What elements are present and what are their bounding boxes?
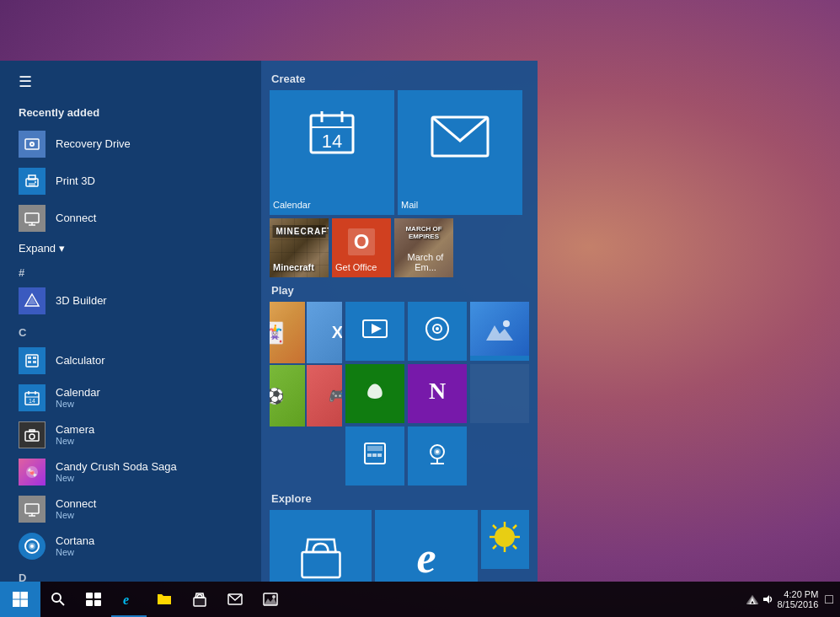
groove-tile[interactable] <box>408 302 467 361</box>
svg-marker-84 <box>264 598 277 605</box>
photos-taskbar-button[interactable] <box>253 582 288 617</box>
webcam-tile[interactable] <box>408 427 467 486</box>
film-tile[interactable] <box>345 302 404 361</box>
expand-button[interactable]: Expand ▾ <box>0 237 261 260</box>
games-tile[interactable]: 🃏 X ⚽ 🎮 <box>270 302 342 427</box>
search-button[interactable] <box>40 582 76 617</box>
create-tiles: 14 Calendar Mail MINECRAF <box>270 90 529 277</box>
print3d-label: Print 3D <box>56 174 95 188</box>
mail-tile[interactable]: Mail <box>398 90 522 215</box>
list-item[interactable]: Print 3D <box>0 163 261 200</box>
svg-rect-5 <box>29 183 35 186</box>
store-taskbar-icon <box>193 592 206 607</box>
calendar-list-label: Calendar New <box>56 386 100 410</box>
recovery-drive-label: Recovery Drive <box>56 137 131 151</box>
list-item[interactable]: Camera New <box>0 416 261 453</box>
calculator-app-icon <box>19 347 45 374</box>
weather-tile[interactable] <box>481 510 529 569</box>
svg-rect-4 <box>29 175 35 180</box>
list-item[interactable]: 🍬 Candy Crush Soda Saga New <box>0 453 261 491</box>
explorer-taskbar-button[interactable] <box>147 582 182 617</box>
svg-text:14: 14 <box>29 398 35 404</box>
svg-rect-14 <box>33 357 36 359</box>
svg-point-56 <box>436 450 439 453</box>
svg-point-2 <box>31 143 33 145</box>
print3d-icon <box>19 168 45 195</box>
svg-rect-16 <box>33 361 36 363</box>
svg-rect-81 <box>194 598 206 606</box>
svg-text:e: e <box>416 534 436 582</box>
calendar-tile[interactable]: 14 Calendar <box>270 90 394 215</box>
list-item[interactable]: Connect New <box>0 491 261 528</box>
svg-point-85 <box>272 595 276 598</box>
taskbar: e <box>0 582 840 617</box>
svg-rect-53 <box>377 453 382 457</box>
svg-line-75 <box>60 601 64 605</box>
minecraft-logo: MINECRAFT <box>273 225 326 238</box>
list-item[interactable]: Cortana New <box>0 528 261 565</box>
connect2-label: Connect New <box>56 497 96 522</box>
svg-marker-24 <box>29 430 35 432</box>
svg-text:🍬: 🍬 <box>27 467 38 478</box>
connect2-icon <box>19 496 45 523</box>
store-taskbar-button[interactable] <box>182 582 217 617</box>
list-item[interactable]: 14 Calendar New <box>0 379 261 416</box>
list-item[interactable]: 3D Builder <box>0 282 261 319</box>
svg-marker-42 <box>372 324 382 334</box>
svg-rect-52 <box>372 453 377 457</box>
store-tile[interactable]: Store <box>270 510 372 582</box>
xbox-tile[interactable] <box>345 364 404 423</box>
svg-point-74 <box>52 593 61 602</box>
svg-marker-46 <box>486 325 513 341</box>
play-section-title: Play <box>270 284 529 297</box>
calc-tile[interactable] <box>345 427 404 486</box>
hamburger-button[interactable]: ☰ <box>0 61 261 103</box>
left-panel: ☰ Recently added Recovery Drive <box>0 61 261 582</box>
getoffice-tile[interactable]: O Get Office <box>332 218 391 277</box>
connect-icon <box>19 205 45 232</box>
explorer-taskbar-icon <box>157 593 172 606</box>
svg-line-67 <box>513 545 516 549</box>
march-tile[interactable]: MARCH OF EMPIRES March of Em... <box>394 218 453 277</box>
create-section-title: Create <box>270 72 529 85</box>
task-view-icon <box>86 593 101 606</box>
connect-label: Connect <box>56 212 96 225</box>
section-d: D <box>0 565 261 582</box>
start-button[interactable] <box>0 582 40 617</box>
cortana-new-badge: New <box>56 547 94 558</box>
getoffice-tile-label: Get Office <box>335 262 377 272</box>
svg-rect-7 <box>25 213 39 223</box>
mail-taskbar-button[interactable] <box>217 582 253 617</box>
svg-line-69 <box>493 545 496 549</box>
cortana-label: Cortana New <box>56 534 94 559</box>
svg-marker-86 <box>763 595 769 604</box>
mail-tile-label: Mail <box>401 200 418 210</box>
connect-new-badge: New <box>56 510 96 521</box>
edge-taskbar-button[interactable]: e <box>111 582 147 617</box>
list-item[interactable]: Connect <box>0 200 261 237</box>
volume-icon <box>762 594 773 604</box>
edge-tile[interactable]: e Microsoft Edge <box>375 510 477 582</box>
onenote-tile[interactable]: N <box>408 364 467 423</box>
task-view-button[interactable] <box>76 582 111 617</box>
notifications-button[interactable]: □ <box>825 592 833 607</box>
list-item[interactable]: Calculator <box>0 342 261 379</box>
photos-tile[interactable] <box>470 302 529 361</box>
svg-rect-79 <box>94 600 101 606</box>
edge-taskbar-icon: e <box>121 591 136 606</box>
svg-rect-27 <box>25 504 39 513</box>
list-item[interactable]: Recovery Drive <box>0 126 261 163</box>
camera-app-icon <box>19 421 45 448</box>
network-icon <box>746 594 758 604</box>
svg-text:e: e <box>123 593 129 606</box>
svg-point-47 <box>503 320 510 327</box>
explore-section-title: Explore <box>270 492 529 505</box>
minecraft-tile[interactable]: MINECRAFT Minecraft <box>270 218 329 277</box>
svg-rect-72 <box>13 600 20 608</box>
candy-new-badge: New <box>56 473 177 484</box>
camera-new-badge: New <box>56 436 94 447</box>
svg-rect-70 <box>13 592 20 599</box>
recently-added-header: Recently added <box>0 103 261 126</box>
svg-rect-73 <box>21 600 29 608</box>
svg-point-23 <box>29 434 35 439</box>
